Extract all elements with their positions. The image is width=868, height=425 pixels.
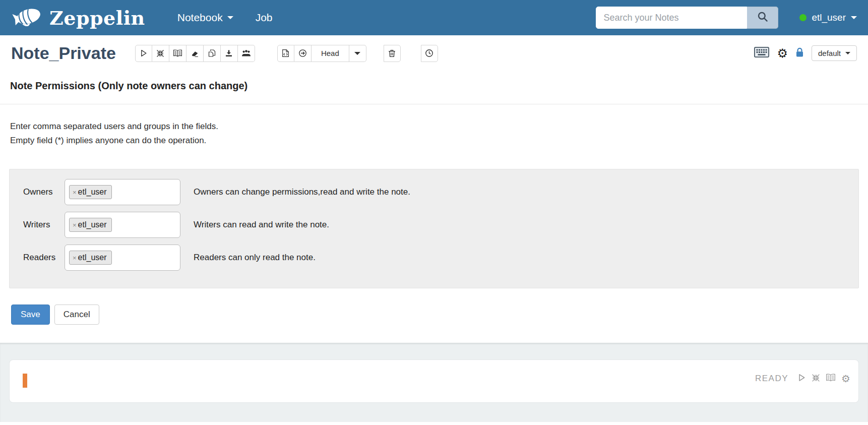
users-icon: [241, 49, 251, 57]
writers-label: Writers: [23, 220, 65, 230]
permissions-actions: Save Cancel: [11, 305, 868, 325]
search-button[interactable]: [747, 7, 778, 29]
download-icon: [225, 49, 233, 57]
paragraph-section: READY: [0, 343, 868, 422]
tag-label: etl_user: [78, 220, 107, 229]
caret-down-icon: [354, 52, 360, 55]
note-header-right: ⚙ default: [754, 45, 857, 61]
save-button[interactable]: Save: [11, 305, 50, 325]
owners-input[interactable]: × etl_user: [65, 179, 180, 205]
owners-description: Owners can change permissions,read and w…: [194, 187, 410, 197]
nav-item-notebook[interactable]: Notebook: [166, 12, 244, 24]
permissions-instructions: Enter comma separated users and groups i…: [0, 104, 868, 148]
cron-scheduler-button[interactable]: [421, 45, 438, 62]
clear-output-button[interactable]: [187, 45, 204, 62]
file-code-icon: [282, 49, 289, 57]
gear-icon: ⚙: [777, 47, 788, 59]
readers-description: Readers can only read the note.: [194, 253, 316, 263]
export-note-button[interactable]: [221, 45, 238, 62]
interpreter-settings-button[interactable]: ⚙: [777, 47, 788, 59]
delete-note-button[interactable]: [384, 45, 401, 62]
caret-down-icon: [227, 16, 233, 19]
user-tag: × etl_user: [69, 218, 112, 232]
nav-item-job[interactable]: Job: [244, 12, 284, 24]
play-icon: [797, 373, 806, 384]
run-all-button[interactable]: [135, 45, 152, 62]
instruction-line-1: Enter comma separated users and groups i…: [10, 119, 858, 134]
writers-row: Writers × etl_user Writers can read and …: [10, 212, 858, 238]
nav-notebook-label: Notebook: [177, 12, 223, 24]
book-icon: [826, 374, 836, 384]
show-hide-code-button[interactable]: [169, 45, 187, 62]
clock-icon: [425, 49, 433, 57]
permissions-panel: Owners × etl_user Owners can change perm…: [9, 169, 859, 288]
user-tag: × etl_user: [69, 185, 112, 199]
note-title[interactable]: Note_Private: [11, 43, 116, 63]
display-mode-label: default: [818, 49, 841, 57]
revision-dropdown-button[interactable]: [349, 45, 366, 62]
delete-toolbar: [384, 45, 401, 62]
note-toolbar-main: [135, 45, 255, 62]
search-icon: [757, 11, 768, 24]
search-form: [596, 7, 778, 29]
scheduler-toolbar: [421, 45, 438, 62]
owners-label: Owners: [23, 187, 65, 197]
nav-job-label: Job: [256, 12, 273, 24]
display-mode-dropdown[interactable]: default: [812, 45, 857, 61]
note-permissions-indicator[interactable]: [795, 47, 804, 59]
tag-remove-icon[interactable]: ×: [73, 189, 77, 196]
set-revision-button[interactable]: [294, 45, 312, 62]
version-control-toolbar: Head: [277, 45, 366, 62]
eraser-icon: [191, 49, 199, 57]
editor-cursor: [23, 374, 27, 388]
lock-icon: [795, 47, 804, 59]
tag-label: etl_user: [78, 253, 107, 262]
play-icon: [139, 49, 148, 57]
paragraph-show-editor-button[interactable]: [826, 374, 836, 384]
compress-icon: [156, 49, 164, 57]
revision-selector[interactable]: Head: [312, 45, 349, 62]
gear-icon: ⚙: [841, 374, 850, 384]
arrow-circle-right-icon: [298, 49, 307, 57]
book-icon: [173, 49, 182, 57]
cancel-button[interactable]: Cancel: [54, 305, 99, 325]
caret-down-icon: [845, 52, 850, 54]
user-menu[interactable]: etl_user: [799, 12, 857, 23]
clone-note-button[interactable]: [204, 45, 221, 62]
run-paragraph-button[interactable]: [797, 373, 806, 384]
owners-row: Owners × etl_user Owners can change perm…: [10, 179, 858, 205]
keyboard-shortcuts-button[interactable]: [754, 47, 769, 59]
commit-version-button[interactable]: [277, 45, 294, 62]
writers-description: Writers can read and write the note.: [194, 220, 329, 230]
collapse-toggle-button[interactable]: [152, 45, 169, 62]
paragraph-status-bar: READY: [755, 373, 850, 384]
clone-icon: [208, 49, 216, 57]
user-status-dot: [799, 14, 807, 21]
caret-down-icon: [851, 16, 857, 19]
instruction-line-2: Empty field (*) implies anyone can do th…: [10, 134, 858, 148]
tag-remove-icon[interactable]: ×: [73, 221, 77, 229]
zeppelin-logo-icon: [11, 6, 44, 30]
brand-text: Zeppelin: [49, 7, 145, 29]
user-tag: × etl_user: [69, 251, 112, 265]
paragraph-collapse-button[interactable]: [812, 374, 820, 384]
collaboration-users-button[interactable]: [238, 45, 255, 62]
readers-label: Readers: [23, 253, 65, 263]
paragraph-status: READY: [755, 374, 788, 384]
compress-icon: [812, 374, 820, 384]
paragraph-settings-button[interactable]: ⚙: [841, 374, 850, 384]
readers-input[interactable]: × etl_user: [65, 245, 180, 271]
brand[interactable]: Zeppelin: [11, 6, 145, 30]
writers-input[interactable]: × etl_user: [65, 212, 180, 238]
tag-remove-icon[interactable]: ×: [73, 254, 77, 262]
keyboard-icon: [754, 47, 769, 59]
note-header: Note_Private: [0, 35, 868, 70]
user-name: etl_user: [812, 12, 846, 23]
permissions-heading: Note Permissions (Only note owners can c…: [0, 70, 868, 92]
readers-row: Readers × etl_user Readers can only read…: [10, 245, 858, 271]
revision-label: Head: [315, 49, 345, 57]
search-input[interactable]: [596, 7, 747, 29]
navbar: Zeppelin Notebook Job etl_user: [0, 0, 868, 35]
paragraph-card[interactable]: READY: [9, 359, 859, 403]
tag-label: etl_user: [78, 188, 107, 197]
